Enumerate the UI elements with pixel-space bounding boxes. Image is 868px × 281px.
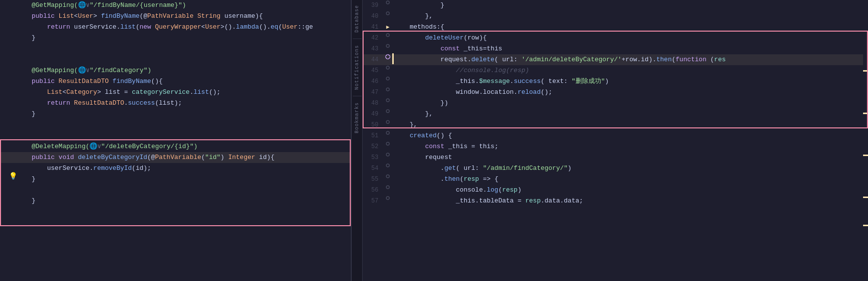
line-number: 39 [363,0,383,11]
code-line: 46 _this.$message.success( text: "删除成功") [363,76,863,87]
svg-point-1 [386,12,389,15]
line-gutter [383,11,392,16]
line-number: 42 [363,33,383,43]
code-line: @DeleteMapping(🌐∨"/deleteByCategory/{id}… [0,141,351,152]
line-number: 53 [363,152,383,163]
svg-point-12 [386,142,389,145]
line-gutter [383,141,392,146]
line-content: return ResultDataDTO.success(list); [30,98,351,109]
line-content: } [30,196,351,206]
line-content: .then(resp => { [392,174,863,185]
svg-point-0 [386,1,389,4]
code-line: userService.removeById(id); [0,163,351,174]
line-content: public ResultDataDTO findByName(){ [30,76,351,87]
svg-point-6 [386,77,389,80]
svg-point-11 [386,131,389,134]
line-gutter [383,33,392,38]
scrollbar-track[interactable] [863,0,868,281]
line-number: 55 [363,174,383,185]
scroll-marker [863,70,868,72]
code-line: 52 const _this = this; [363,141,863,152]
line-number: 57 [363,196,383,206]
line-gutter [383,65,392,70]
line-gutter: ▶ [383,22,392,33]
yellow-left-marker [392,53,394,64]
svg-point-9 [386,110,389,113]
line-number: 41 [363,22,383,33]
code-line: 57 _this.tableData = resp.data.data; [363,196,863,206]
line-gutter [383,130,392,135]
bookmarks-toolbar-item[interactable]: Bookmarks [353,99,361,136]
line-content: }, [392,109,863,120]
line-content: deleteUser(row){ [392,33,863,43]
line-gutter [383,76,392,81]
code-line: 43 const _this=this [363,43,863,54]
line-gutter [383,0,392,5]
notifications-toolbar-item[interactable]: Notifications [353,42,361,93]
code-line: @GetMapping(🌐∨"/findCategory") [0,65,351,76]
line-number: 51 [363,130,383,141]
svg-point-2 [386,34,389,37]
line-content: methods:{ [392,22,863,33]
code-line: public List<User> findByName(@PathVariab… [0,11,351,22]
line-gutter [383,163,392,168]
svg-point-16 [386,186,389,189]
code-line: 54 .get( url: "/admin/findCategory/") [363,163,863,174]
line-content: request.delete( url: '/admin/deleteByCat… [392,54,863,65]
svg-point-10 [386,120,389,123]
line-content: @DeleteMapping(🌐∨"/deleteByCategory/{id}… [30,141,351,152]
code-line [0,130,351,141]
line-number: 49 [363,109,383,120]
code-line: } [0,174,351,185]
line-gutter [383,152,392,157]
line-content: console.log(resp) [392,185,863,196]
vue-pane: 39 } 40 }, 41 [363,0,868,281]
line-gutter [383,196,392,201]
line-content: }, [392,11,863,22]
line-gutter [383,54,392,59]
code-line: 42 deleteUser(row){ [363,33,863,43]
line-content: List<Category> list = categoryService.li… [30,87,351,98]
database-toolbar-item[interactable]: Database [353,2,361,36]
line-number: 54 [363,163,383,174]
code-line: } [0,33,351,43]
code-line: return ResultDataDTO.success(list); [0,98,351,109]
svg-point-3 [386,44,389,47]
java-code-lines: @GetMapping(🌐∨"/findByName/{username}") … [0,0,351,206]
code-line: public void deleteByCategoryId(@PathVari… [0,152,351,163]
line-content: public List<User> findByName(@PathVariab… [30,11,351,22]
line-number: 43 [363,43,383,54]
svg-point-8 [386,99,389,102]
line-gutter [383,174,392,179]
line-content: const _this=this [392,43,863,54]
line-number: 40 [363,11,383,22]
line-gutter [383,185,392,190]
scroll-marker [863,197,868,198]
line-gutter [383,98,392,103]
line-content: window.location.reload(); [392,87,863,98]
line-gutter [383,120,392,124]
line-content: public void deleteByCategoryId(@PathVari… [30,152,351,163]
line-number: 47 [363,87,383,98]
line-content: //console.log(resp) [392,65,863,76]
line-content: .get( url: "/admin/findCategory/") [392,163,863,174]
line-content: }, [392,120,863,130]
svg-rect-4 [385,54,390,59]
editor-container: 💡 @GetMapping(🌐∨"/findByName/{username}"… [0,0,868,281]
code-line: List<Category> list = categoryService.li… [0,87,351,98]
code-line [0,120,351,130]
java-pane: 💡 @GetMapping(🌐∨"/findByName/{username}"… [0,0,351,281]
vue-code-lines: 39 } 40 }, 41 [363,0,868,206]
code-line: 48 }) [363,98,863,109]
line-number: 50 [363,120,383,130]
lightbulb-icon[interactable]: 💡 [9,172,17,180]
line-gutter [383,109,392,114]
line-content: userService.removeById(id); [30,163,351,174]
line-content: request [392,152,863,163]
scroll-marker [863,225,868,226]
line-number: 48 [363,98,383,109]
line-content: _this.$message.success( text: "删除成功") [392,76,863,87]
code-line: } [0,196,351,206]
code-line: 44 request.delete( url: '/admin/deleteBy… [363,54,863,65]
svg-point-14 [386,164,389,167]
